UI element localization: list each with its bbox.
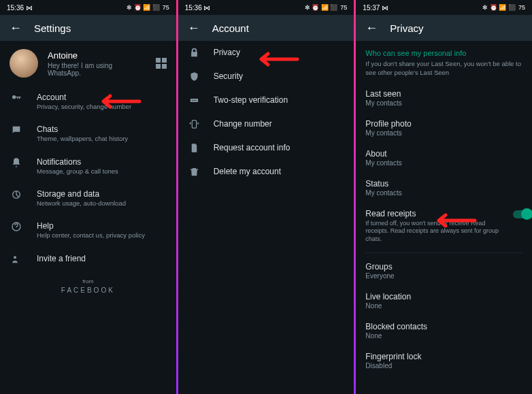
item-delete-account[interactable]: Delete my account — [178, 160, 354, 184]
status-bar: 15:36 ⋈ ✻ ⏰ 📶 ⬛75 — [0, 0, 176, 15]
settings-list: AccountPrivacy, security, change number … — [0, 86, 176, 272]
svg-point-6 — [195, 100, 197, 101]
back-icon[interactable]: ← — [10, 21, 22, 35]
account-screen: 15:36 ⋈ ✻ ⏰ 📶 ⬛75 ← Account Privacy Secu… — [178, 0, 354, 394]
app-bar: ← Privacy — [356, 15, 532, 41]
document-icon — [188, 143, 201, 153]
lock-icon — [188, 48, 201, 58]
item-privacy[interactable]: Privacy — [178, 41, 354, 65]
back-icon[interactable]: ← — [365, 21, 378, 35]
account-list: Privacy Security Two-step verification C… — [178, 41, 354, 184]
settings-screen: 15:36 ⋈ ✻ ⏰ 📶 ⬛75 ← Settings Antoine Hey… — [0, 0, 176, 394]
shield-icon — [188, 71, 201, 82]
section-note: If you don't share your Last Seen, you w… — [356, 60, 532, 83]
item-groups[interactable]: GroupsEveryone — [356, 256, 532, 286]
svg-point-5 — [194, 100, 195, 101]
key-icon — [10, 93, 23, 111]
privacy-screen: 15:37 ⋈ ✻ ⏰ 📶 ⬛75 ← Privacy Who can see … — [356, 0, 532, 394]
profile-status: Hey there! I am using WhatsApp. — [48, 62, 146, 77]
item-profile-photo[interactable]: Profile photoMy contacts — [356, 113, 532, 143]
item-request-info[interactable]: Request account info — [178, 136, 354, 160]
back-icon[interactable]: ← — [188, 21, 200, 35]
sidebar-item-account[interactable]: AccountPrivacy, security, change number — [0, 86, 176, 118]
sidebar-item-help[interactable]: HelpHelp center, contact us, privacy pol… — [0, 214, 176, 246]
profile-row[interactable]: Antoine Hey there! I am using WhatsApp. — [0, 41, 176, 86]
chat-icon — [10, 125, 23, 143]
sidebar-item-storage[interactable]: Storage and dataNetwork usage, auto-down… — [0, 182, 176, 214]
footer: from FACEBOOK — [0, 278, 176, 294]
item-change-number[interactable]: Change number — [178, 112, 354, 136]
item-two-step[interactable]: Two-step verification — [178, 88, 354, 112]
item-blocked[interactable]: Blocked contactsNone — [356, 316, 532, 346]
page-title: Privacy — [390, 22, 423, 34]
sidebar-item-notifications[interactable]: NotificationsMessage, group & call tones — [0, 150, 176, 182]
phone-icon — [188, 119, 201, 129]
page-title: Account — [212, 22, 249, 34]
status-icon: ⋈ — [26, 4, 33, 12]
status-bar: 15:37 ⋈ ✻ ⏰ 📶 ⬛75 — [356, 0, 532, 15]
people-icon — [10, 254, 23, 265]
svg-point-2 — [14, 256, 16, 259]
sidebar-item-invite[interactable]: Invite a friend — [0, 247, 176, 272]
trash-icon — [188, 167, 201, 177]
data-icon — [10, 189, 23, 208]
pin-icon — [188, 95, 201, 105]
item-last-seen[interactable]: Last seenMy contacts — [356, 83, 532, 113]
bell-icon — [10, 157, 23, 176]
status-time: 15:36 — [7, 4, 24, 12]
sidebar-item-chats[interactable]: ChatsTheme, wallpapers, chat history — [0, 118, 176, 150]
page-title: Settings — [34, 22, 71, 34]
item-live-location[interactable]: Live locationNone — [356, 286, 532, 316]
item-status[interactable]: StatusMy contacts — [356, 173, 532, 203]
divider — [365, 252, 522, 253]
section-header: Who can see my personal info — [356, 41, 532, 60]
svg-point-4 — [192, 100, 193, 101]
item-read-receipts[interactable]: Read receipts If turned off, you won't s… — [356, 203, 532, 250]
item-fingerprint[interactable]: Fingerprint lockDisabled — [356, 346, 532, 376]
app-bar: ← Settings — [0, 15, 176, 41]
read-receipts-toggle[interactable] — [513, 210, 531, 218]
avatar — [10, 49, 38, 78]
profile-name: Antoine — [48, 50, 146, 61]
help-icon — [10, 221, 23, 240]
app-bar: ← Account — [178, 15, 354, 41]
item-security[interactable]: Security — [178, 65, 354, 88]
item-about[interactable]: AboutMy contacts — [356, 143, 532, 173]
status-right: ✻ ⏰ 📶 ⬛75 — [127, 4, 169, 11]
svg-rect-7 — [193, 120, 197, 128]
status-bar: 15:36 ⋈ ✻ ⏰ 📶 ⬛75 — [178, 0, 354, 15]
qr-icon[interactable] — [156, 58, 167, 69]
